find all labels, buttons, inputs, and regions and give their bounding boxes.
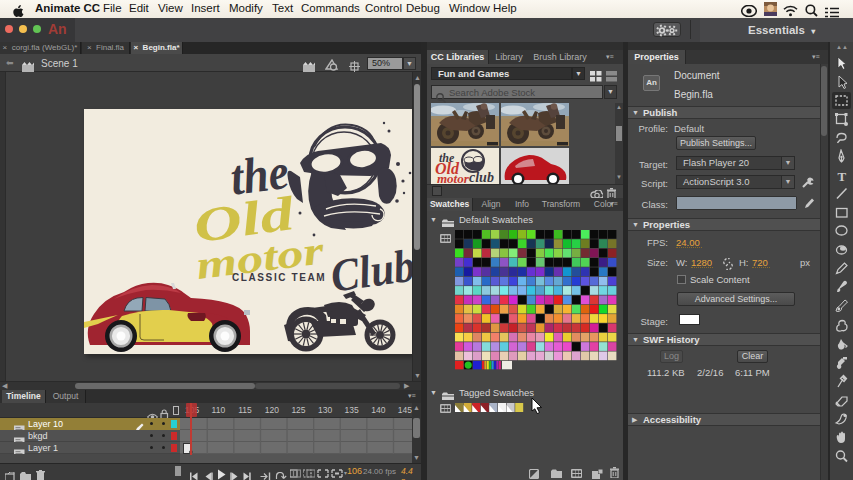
- svg-text:Club: Club: [328, 240, 414, 302]
- svg-text:CLASSIC TEAM: CLASSIC TEAM: [232, 272, 326, 283]
- svg-text:T: T: [838, 168, 847, 183]
- svg-text:motor: motor: [437, 171, 470, 184]
